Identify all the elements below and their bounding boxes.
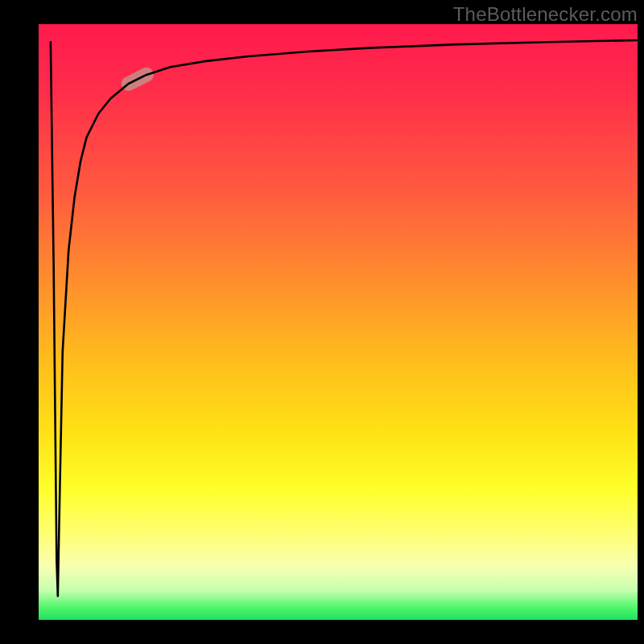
chart-frame: TheBottlenecker.com bbox=[0, 0, 644, 644]
plot-area bbox=[39, 24, 638, 620]
watermark-text: TheBottlenecker.com bbox=[453, 3, 638, 26]
